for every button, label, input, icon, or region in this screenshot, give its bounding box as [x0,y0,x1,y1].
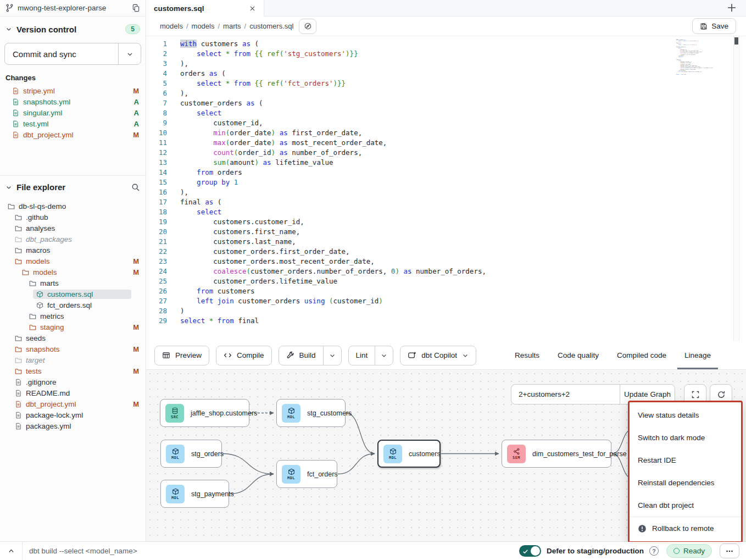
tree-item-.gitignore[interactable]: .gitignore [0,376,146,387]
file-icon [15,379,22,386]
menu-item-label: Rollback to remote [652,524,714,533]
tab-compiled-code[interactable]: Compiled code [610,341,673,369]
tree-item-label: README.md [26,389,70,397]
version-control-header[interactable]: Version control 5 [0,16,146,38]
editor-tabbar: customers.sql [146,0,746,16]
commit-options-caret[interactable] [118,43,141,64]
menu-item-reinstall-dependencies[interactable]: Reinstall dependencies [630,472,741,494]
build-button[interactable]: Build [279,346,323,365]
tree-item-target[interactable]: target [0,354,146,365]
tree-item-label: macros [26,246,50,254]
tree-item-customers.sql[interactable]: customers.sql [0,289,146,300]
file-search-button[interactable] [131,183,140,192]
tree-item-README.md[interactable]: README.md [0,387,146,398]
tab-customers-sql[interactable]: customers.sql [146,0,264,16]
open-docs-button[interactable] [299,19,316,34]
tab-lineage[interactable]: Lineage [677,341,718,369]
minimap[interactable]: with customers as ( select * from {{ ref… [676,39,712,77]
breadcrumb-models[interactable]: models [192,22,215,30]
menu-item-switch-to-dark-mode[interactable]: Switch to dark mode [630,426,741,449]
tree-item-snapshots[interactable]: snapshotsM [0,343,146,354]
panel-tabs: ResultsCode qualityCompiled codeLineage [508,341,722,369]
file-explorer-header[interactable]: File explorer [0,176,146,196]
scrollbar-thumb[interactable] [734,37,738,45]
file-icon [12,98,19,106]
defer-toggle[interactable] [519,545,541,557]
lineage-selector-input[interactable]: 2+customers+2 [511,385,620,404]
database-icon [171,407,179,414]
breadcrumb-customers.sql[interactable]: customers.sql [249,22,293,30]
menu-item-restart-ide[interactable]: Restart IDE [630,449,741,472]
expand-command-bar-button[interactable] [0,542,22,560]
tree-item-db-sl-qs-demo[interactable]: db-sl-qs-demo [0,201,146,212]
lineage-node-customers[interactable]: MDLcustomers [377,440,441,468]
tree-item-dbt_packages[interactable]: dbt_packages [0,234,146,245]
tree-item-metrics[interactable]: metrics [0,311,146,321]
tree-item-models[interactable]: modelsM [0,256,146,267]
chevron-down-icon [5,26,12,32]
lineage-node-stg_payments[interactable]: MDLstg_payments [160,480,229,508]
tree-item-status: M [133,400,139,408]
tree-item-inner: tests [12,367,131,376]
change-item-dbt_project.yml[interactable]: dbt_project.ymlM [0,129,146,140]
breadcrumb-marts[interactable]: marts [223,22,241,30]
change-item-snapshots.yml[interactable]: snapshots.ymlA [0,96,146,107]
node-label: stg_customers [307,409,352,417]
change-item-singular.yml[interactable]: singular.ymlA [0,107,146,118]
tree-item-inner: models [19,268,131,277]
command-input[interactable]: dbt build --select <model_name> [22,542,519,560]
lineage-node-fct_orders[interactable]: MDLfct_orders [276,460,337,488]
build-options-caret[interactable] [323,346,341,365]
dbt-copilot-button[interactable]: dbt Copilot [400,346,476,365]
minimap-content: with customers as ( select * from {{ ref… [676,39,712,75]
code-editor[interactable]: 1234567891011121314151617181920212223242… [146,36,746,341]
lineage-node-stg_customers[interactable]: MDLstg_customers [276,399,346,427]
tab-results[interactable]: Results [508,341,547,369]
tree-item-staging[interactable]: stagingM [0,321,146,332]
branch-row[interactable]: mwong-test-explorer-parse [0,0,146,16]
status-label: Ready [683,547,705,555]
tree-item-label: dbt_project.yml [26,400,76,408]
preview-button[interactable]: Preview [154,346,209,365]
copy-icon[interactable] [132,4,140,12]
folder-icon [29,324,36,331]
tree-item-tests[interactable]: testsM [0,365,146,376]
status-badge[interactable]: Ready [666,544,712,558]
change-item-stripe.yml[interactable]: stripe.ymlM [0,85,146,96]
commit-and-sync-button[interactable]: Commit and sync [4,43,141,65]
tree-item-fct_orders.sql[interactable]: fct_orders.sql [0,300,146,311]
lineage-node-stg_orders[interactable]: MDLstg_orders [160,440,222,468]
tree-item-macros[interactable]: macros [0,245,146,256]
tree-item-packages.yml[interactable]: packages.yml [0,420,146,431]
tree-item-models[interactable]: modelsM [0,267,146,278]
lineage-node-jaffle_shop_customers[interactable]: SRCjaffle_shop.customers [160,399,249,427]
tree-item-label: snapshots [26,345,60,353]
help-icon[interactable]: ? [649,546,659,556]
close-icon[interactable] [249,5,256,12]
breadcrumb-models[interactable]: models [160,22,183,30]
lineage-panel[interactable]: 2+customers+2 Update Graph View status d… [146,370,746,542]
new-tab-button[interactable] [726,2,737,13]
tab-code-quality[interactable]: Code quality [550,341,606,369]
tree-item-.github[interactable]: .github [0,212,146,223]
save-button[interactable]: Save [692,18,736,34]
tree-item-package-lock.yml[interactable]: package-lock.yml [0,409,146,420]
lineage-node-dim_customers_test_for_parse[interactable]: SEMdim_customers_test_for_parse [502,440,611,468]
menu-item-rollback-to-remote[interactable]: Rollback to remote [630,517,741,540]
tree-item-seeds[interactable]: seeds [0,332,146,343]
compile-button[interactable]: Compile [216,346,272,365]
tree-item-marts[interactable]: marts [0,278,146,289]
editor-scrollbar[interactable] [733,36,739,341]
tree-item-analyses[interactable]: analyses [0,223,146,234]
semantic-model-icon [513,448,520,455]
tree-item-label: package-lock.yml [26,411,83,419]
tree-item-dbt_project.yml[interactable]: dbt_project.ymlM [0,398,146,409]
menu-item-view-status-details[interactable]: View status details [630,404,741,426]
menu-item-clean-dbt-project[interactable]: Clean dbt project [630,494,741,517]
tree-item-label: db-sl-qs-demo [19,202,66,210]
lint-button[interactable]: Lint [349,346,375,365]
more-options-button[interactable] [720,544,739,558]
sem-badge: SEM [507,445,526,463]
lint-options-caret[interactable] [375,346,393,365]
change-item-test.yml[interactable]: test.ymlA [0,118,146,129]
